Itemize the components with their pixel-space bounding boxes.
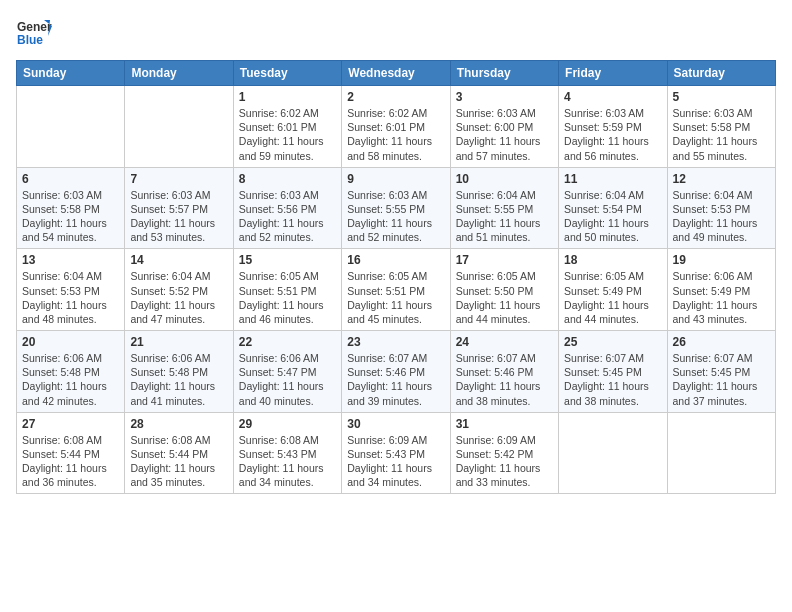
calendar-cell: 11Sunrise: 6:04 AM Sunset: 5:54 PM Dayli… [559,167,667,249]
calendar-week-row: 6Sunrise: 6:03 AM Sunset: 5:58 PM Daylig… [17,167,776,249]
calendar-cell: 27Sunrise: 6:08 AM Sunset: 5:44 PM Dayli… [17,412,125,494]
day-info: Sunrise: 6:05 AM Sunset: 5:51 PM Dayligh… [347,269,444,326]
day-info: Sunrise: 6:05 AM Sunset: 5:51 PM Dayligh… [239,269,336,326]
day-number: 20 [22,335,119,349]
svg-text:General: General [17,20,52,34]
day-number: 22 [239,335,336,349]
day-number: 7 [130,172,227,186]
calendar-cell: 12Sunrise: 6:04 AM Sunset: 5:53 PM Dayli… [667,167,775,249]
day-info: Sunrise: 6:08 AM Sunset: 5:43 PM Dayligh… [239,433,336,490]
calendar-cell: 20Sunrise: 6:06 AM Sunset: 5:48 PM Dayli… [17,331,125,413]
calendar-cell: 28Sunrise: 6:08 AM Sunset: 5:44 PM Dayli… [125,412,233,494]
calendar-cell: 1Sunrise: 6:02 AM Sunset: 6:01 PM Daylig… [233,86,341,168]
day-number: 9 [347,172,444,186]
day-number: 6 [22,172,119,186]
logo: General Blue [16,16,52,52]
calendar-cell [667,412,775,494]
calendar-week-row: 27Sunrise: 6:08 AM Sunset: 5:44 PM Dayli… [17,412,776,494]
day-number: 3 [456,90,553,104]
day-info: Sunrise: 6:04 AM Sunset: 5:52 PM Dayligh… [130,269,227,326]
day-number: 8 [239,172,336,186]
calendar-cell: 25Sunrise: 6:07 AM Sunset: 5:45 PM Dayli… [559,331,667,413]
weekday-header: Friday [559,61,667,86]
day-number: 10 [456,172,553,186]
day-info: Sunrise: 6:02 AM Sunset: 6:01 PM Dayligh… [239,106,336,163]
day-number: 11 [564,172,661,186]
calendar-cell: 31Sunrise: 6:09 AM Sunset: 5:42 PM Dayli… [450,412,558,494]
svg-text:Blue: Blue [17,33,43,47]
day-number: 18 [564,253,661,267]
page-header: General Blue [16,16,776,52]
calendar-week-row: 20Sunrise: 6:06 AM Sunset: 5:48 PM Dayli… [17,331,776,413]
day-number: 12 [673,172,770,186]
day-number: 23 [347,335,444,349]
day-info: Sunrise: 6:04 AM Sunset: 5:54 PM Dayligh… [564,188,661,245]
day-info: Sunrise: 6:03 AM Sunset: 5:59 PM Dayligh… [564,106,661,163]
day-info: Sunrise: 6:02 AM Sunset: 6:01 PM Dayligh… [347,106,444,163]
calendar-cell: 9Sunrise: 6:03 AM Sunset: 5:55 PM Daylig… [342,167,450,249]
calendar-table: SundayMondayTuesdayWednesdayThursdayFrid… [16,60,776,494]
calendar-cell: 18Sunrise: 6:05 AM Sunset: 5:49 PM Dayli… [559,249,667,331]
day-number: 13 [22,253,119,267]
calendar-cell: 24Sunrise: 6:07 AM Sunset: 5:46 PM Dayli… [450,331,558,413]
day-number: 4 [564,90,661,104]
day-number: 14 [130,253,227,267]
calendar-cell [17,86,125,168]
day-number: 2 [347,90,444,104]
calendar-cell: 17Sunrise: 6:05 AM Sunset: 5:50 PM Dayli… [450,249,558,331]
day-info: Sunrise: 6:07 AM Sunset: 5:46 PM Dayligh… [347,351,444,408]
day-info: Sunrise: 6:03 AM Sunset: 5:58 PM Dayligh… [22,188,119,245]
day-info: Sunrise: 6:03 AM Sunset: 5:55 PM Dayligh… [347,188,444,245]
calendar-cell: 3Sunrise: 6:03 AM Sunset: 6:00 PM Daylig… [450,86,558,168]
calendar-cell: 6Sunrise: 6:03 AM Sunset: 5:58 PM Daylig… [17,167,125,249]
day-number: 5 [673,90,770,104]
calendar-cell: 14Sunrise: 6:04 AM Sunset: 5:52 PM Dayli… [125,249,233,331]
day-number: 1 [239,90,336,104]
day-info: Sunrise: 6:04 AM Sunset: 5:55 PM Dayligh… [456,188,553,245]
day-number: 16 [347,253,444,267]
calendar-cell [125,86,233,168]
weekday-header: Saturday [667,61,775,86]
calendar-cell: 30Sunrise: 6:09 AM Sunset: 5:43 PM Dayli… [342,412,450,494]
day-number: 28 [130,417,227,431]
calendar-cell [559,412,667,494]
logo-svg: General Blue [16,16,52,52]
calendar-cell: 10Sunrise: 6:04 AM Sunset: 5:55 PM Dayli… [450,167,558,249]
calendar-cell: 4Sunrise: 6:03 AM Sunset: 5:59 PM Daylig… [559,86,667,168]
day-number: 24 [456,335,553,349]
day-info: Sunrise: 6:03 AM Sunset: 5:57 PM Dayligh… [130,188,227,245]
calendar-week-row: 13Sunrise: 6:04 AM Sunset: 5:53 PM Dayli… [17,249,776,331]
calendar-week-row: 1Sunrise: 6:02 AM Sunset: 6:01 PM Daylig… [17,86,776,168]
day-info: Sunrise: 6:05 AM Sunset: 5:49 PM Dayligh… [564,269,661,326]
day-info: Sunrise: 6:07 AM Sunset: 5:46 PM Dayligh… [456,351,553,408]
day-info: Sunrise: 6:06 AM Sunset: 5:49 PM Dayligh… [673,269,770,326]
day-info: Sunrise: 6:07 AM Sunset: 5:45 PM Dayligh… [673,351,770,408]
calendar-cell: 5Sunrise: 6:03 AM Sunset: 5:58 PM Daylig… [667,86,775,168]
calendar-cell: 7Sunrise: 6:03 AM Sunset: 5:57 PM Daylig… [125,167,233,249]
calendar-header-row: SundayMondayTuesdayWednesdayThursdayFrid… [17,61,776,86]
calendar-cell: 21Sunrise: 6:06 AM Sunset: 5:48 PM Dayli… [125,331,233,413]
calendar-cell: 16Sunrise: 6:05 AM Sunset: 5:51 PM Dayli… [342,249,450,331]
weekday-header: Tuesday [233,61,341,86]
day-info: Sunrise: 6:06 AM Sunset: 5:47 PM Dayligh… [239,351,336,408]
day-info: Sunrise: 6:07 AM Sunset: 5:45 PM Dayligh… [564,351,661,408]
day-info: Sunrise: 6:09 AM Sunset: 5:42 PM Dayligh… [456,433,553,490]
calendar-cell: 2Sunrise: 6:02 AM Sunset: 6:01 PM Daylig… [342,86,450,168]
day-info: Sunrise: 6:08 AM Sunset: 5:44 PM Dayligh… [130,433,227,490]
day-number: 15 [239,253,336,267]
weekday-header: Wednesday [342,61,450,86]
weekday-header: Thursday [450,61,558,86]
day-info: Sunrise: 6:06 AM Sunset: 5:48 PM Dayligh… [22,351,119,408]
day-info: Sunrise: 6:09 AM Sunset: 5:43 PM Dayligh… [347,433,444,490]
day-number: 26 [673,335,770,349]
day-info: Sunrise: 6:08 AM Sunset: 5:44 PM Dayligh… [22,433,119,490]
day-info: Sunrise: 6:03 AM Sunset: 6:00 PM Dayligh… [456,106,553,163]
weekday-header: Monday [125,61,233,86]
calendar-cell: 23Sunrise: 6:07 AM Sunset: 5:46 PM Dayli… [342,331,450,413]
day-info: Sunrise: 6:05 AM Sunset: 5:50 PM Dayligh… [456,269,553,326]
day-info: Sunrise: 6:03 AM Sunset: 5:56 PM Dayligh… [239,188,336,245]
day-number: 21 [130,335,227,349]
day-info: Sunrise: 6:03 AM Sunset: 5:58 PM Dayligh… [673,106,770,163]
day-number: 31 [456,417,553,431]
calendar-cell: 13Sunrise: 6:04 AM Sunset: 5:53 PM Dayli… [17,249,125,331]
